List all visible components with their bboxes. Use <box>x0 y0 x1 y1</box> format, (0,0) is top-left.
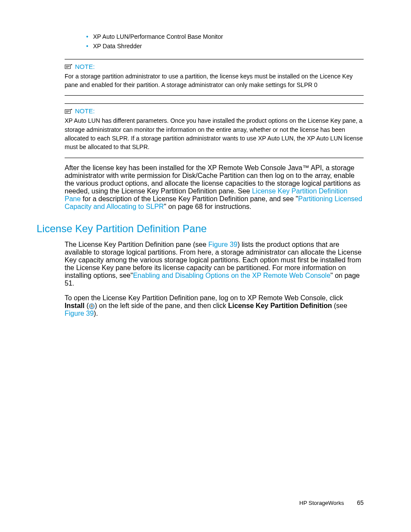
paragraph: To open the License Key Partition Defini… <box>65 294 364 318</box>
bullet-list: XP Auto LUN/Performance Control Base Mon… <box>69 32 364 51</box>
footer-brand: HP StorageWorks <box>299 500 344 506</box>
text: ). <box>94 310 98 317</box>
text: for a description of the License Key Par… <box>81 195 298 202</box>
text: " on page 68 for instructions. <box>164 203 251 210</box>
link-figure-39[interactable]: Figure 39 <box>65 310 94 317</box>
text: The License Key Partition Definition pan… <box>65 241 209 248</box>
list-item: XP Auto LUN/Performance Control Base Mon… <box>86 32 364 41</box>
paragraph: After the license key has been installed… <box>65 164 364 211</box>
note-icon <box>65 63 72 69</box>
section-title: License Key Partition Definition Pane <box>37 223 364 235</box>
paragraph: The License Key Partition Definition pan… <box>65 241 364 287</box>
page-number: 65 <box>357 499 364 506</box>
text: ) on the left side of the pane, and then… <box>95 302 228 309</box>
text: To open the License Key Partition Defini… <box>65 294 343 302</box>
note-icon <box>65 108 72 114</box>
note-label: NOTE: <box>75 107 95 115</box>
note-block: NOTE: XP Auto LUN has different paramete… <box>65 103 364 158</box>
note-block: NOTE: For a storage partition administra… <box>65 59 364 96</box>
bold-install: Install <box>65 302 84 309</box>
note-body: For a storage partition administrator to… <box>65 72 364 96</box>
note-label: NOTE: <box>75 63 95 70</box>
text: (see <box>332 302 347 309</box>
link-figure-39[interactable]: Figure 39 <box>209 241 238 248</box>
link-enabling-options[interactable]: Enabling and Disabling Options on the XP… <box>133 272 330 279</box>
note-body: XP Auto LUN has different parameters. On… <box>65 116 364 158</box>
text: ( <box>84 302 89 309</box>
footer: HP StorageWorks 65 <box>299 499 364 506</box>
bold-license-key-partition: License Key Partition Definition <box>228 302 332 309</box>
list-item: XP Data Shredder <box>86 41 364 51</box>
install-icon <box>89 302 95 310</box>
